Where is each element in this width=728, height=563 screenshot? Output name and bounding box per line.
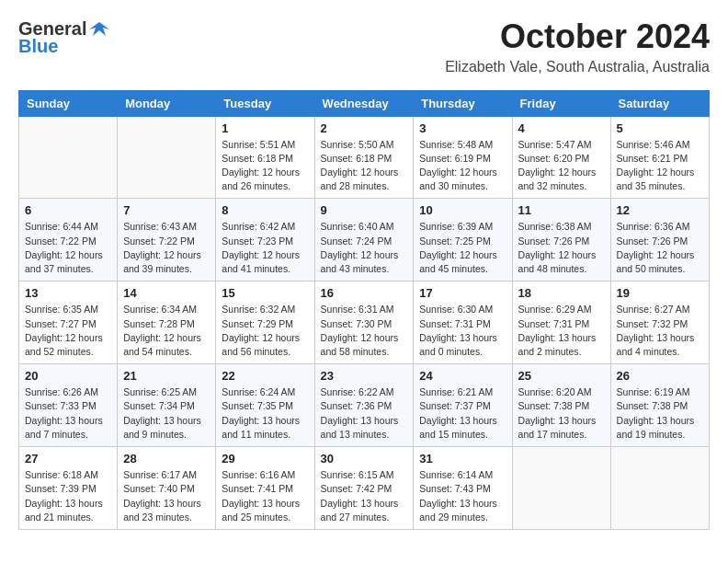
calendar-cell: 10Sunrise: 6:39 AM Sunset: 7:25 PM Dayli…	[414, 199, 512, 282]
day-info: Sunrise: 6:17 AM Sunset: 7:40 PM Dayligh…	[123, 468, 210, 524]
day-number: 23	[321, 369, 408, 383]
calendar-cell	[118, 116, 216, 199]
day-info: Sunrise: 6:20 AM Sunset: 7:38 PM Dayligh…	[518, 385, 605, 442]
calendar-cell: 8Sunrise: 6:42 AM Sunset: 7:23 PM Daylig…	[216, 199, 314, 282]
day-number: 11	[518, 203, 605, 217]
day-info: Sunrise: 5:51 AM Sunset: 6:18 PM Dayligh…	[222, 138, 308, 194]
calendar-cell: 30Sunrise: 6:15 AM Sunset: 7:42 PM Dayli…	[314, 447, 414, 530]
day-number: 14	[123, 286, 210, 300]
logo-blue: Blue	[18, 36, 58, 57]
calendar-cell: 24Sunrise: 6:21 AM Sunset: 7:37 PM Dayli…	[414, 364, 512, 447]
weekday-header-thursday: Thursday	[414, 90, 512, 116]
calendar-cell: 29Sunrise: 6:16 AM Sunset: 7:41 PM Dayli…	[216, 447, 314, 530]
day-info: Sunrise: 6:44 AM Sunset: 7:22 PM Dayligh…	[25, 220, 111, 276]
title-area: October 2024 Elizabeth Vale, South Austr…	[445, 18, 710, 75]
header: General Blue October 2024 Elizabeth Vale…	[18, 18, 710, 75]
calendar-cell: 11Sunrise: 6:38 AM Sunset: 7:26 PM Dayli…	[512, 199, 610, 282]
calendar-cell: 2Sunrise: 5:50 AM Sunset: 6:18 PM Daylig…	[314, 116, 414, 199]
calendar-cell: 13Sunrise: 6:35 AM Sunset: 7:27 PM Dayli…	[19, 282, 118, 364]
calendar-cell: 17Sunrise: 6:30 AM Sunset: 7:31 PM Dayli…	[414, 282, 512, 364]
weekday-header-monday: Monday	[118, 90, 216, 116]
calendar-cell: 27Sunrise: 6:18 AM Sunset: 7:39 PM Dayli…	[19, 447, 118, 530]
day-info: Sunrise: 6:21 AM Sunset: 7:37 PM Dayligh…	[419, 385, 506, 442]
day-number: 17	[419, 286, 506, 300]
calendar-week-2: 6Sunrise: 6:44 AM Sunset: 7:22 PM Daylig…	[19, 199, 710, 282]
day-info: Sunrise: 6:38 AM Sunset: 7:26 PM Dayligh…	[518, 220, 605, 276]
day-number: 18	[518, 286, 605, 300]
calendar-week-5: 27Sunrise: 6:18 AM Sunset: 7:39 PM Dayli…	[19, 447, 710, 530]
day-number: 9	[321, 203, 408, 217]
day-number: 5	[617, 121, 703, 135]
day-number: 27	[25, 452, 111, 465]
day-info: Sunrise: 6:35 AM Sunset: 7:27 PM Dayligh…	[25, 303, 111, 359]
calendar-cell: 16Sunrise: 6:31 AM Sunset: 7:30 PM Dayli…	[314, 282, 414, 364]
day-info: Sunrise: 6:39 AM Sunset: 7:25 PM Dayligh…	[419, 220, 506, 276]
day-number: 21	[123, 369, 210, 383]
location: Elizabeth Vale, South Australia, Austral…	[445, 59, 710, 75]
day-number: 22	[222, 369, 308, 383]
day-number: 19	[617, 286, 703, 300]
calendar-cell: 5Sunrise: 5:46 AM Sunset: 6:21 PM Daylig…	[610, 116, 709, 199]
calendar-cell: 25Sunrise: 6:20 AM Sunset: 7:38 PM Dayli…	[512, 364, 610, 447]
day-number: 3	[419, 121, 506, 135]
day-info: Sunrise: 6:16 AM Sunset: 7:41 PM Dayligh…	[222, 468, 308, 524]
day-info: Sunrise: 6:22 AM Sunset: 7:36 PM Dayligh…	[321, 385, 408, 442]
day-info: Sunrise: 6:34 AM Sunset: 7:28 PM Dayligh…	[123, 303, 210, 359]
day-number: 6	[25, 203, 111, 217]
day-info: Sunrise: 6:42 AM Sunset: 7:23 PM Dayligh…	[222, 220, 308, 276]
day-number: 4	[518, 121, 605, 135]
calendar-week-4: 20Sunrise: 6:26 AM Sunset: 7:33 PM Dayli…	[19, 364, 710, 447]
calendar-cell: 15Sunrise: 6:32 AM Sunset: 7:29 PM Dayli…	[216, 282, 314, 364]
day-number: 29	[222, 452, 308, 465]
day-info: Sunrise: 6:40 AM Sunset: 7:24 PM Dayligh…	[321, 220, 408, 276]
calendar-cell: 22Sunrise: 6:24 AM Sunset: 7:35 PM Dayli…	[216, 364, 314, 447]
calendar-cell: 3Sunrise: 5:48 AM Sunset: 6:19 PM Daylig…	[414, 116, 512, 199]
day-info: Sunrise: 6:43 AM Sunset: 7:22 PM Dayligh…	[123, 220, 210, 276]
day-info: Sunrise: 5:48 AM Sunset: 6:19 PM Dayligh…	[419, 138, 506, 194]
day-info: Sunrise: 5:47 AM Sunset: 6:20 PM Dayligh…	[518, 138, 605, 194]
day-info: Sunrise: 6:18 AM Sunset: 7:39 PM Dayligh…	[25, 468, 111, 524]
calendar-cell: 20Sunrise: 6:26 AM Sunset: 7:33 PM Dayli…	[19, 364, 118, 447]
weekday-header-tuesday: Tuesday	[216, 90, 314, 116]
day-info: Sunrise: 5:46 AM Sunset: 6:21 PM Dayligh…	[617, 138, 703, 194]
weekday-header-wednesday: Wednesday	[314, 90, 414, 116]
day-info: Sunrise: 6:27 AM Sunset: 7:32 PM Dayligh…	[617, 303, 703, 359]
calendar-cell: 31Sunrise: 6:14 AM Sunset: 7:43 PM Dayli…	[414, 447, 512, 530]
calendar-cell	[512, 447, 610, 530]
calendar-week-1: 1Sunrise: 5:51 AM Sunset: 6:18 PM Daylig…	[19, 116, 710, 199]
day-info: Sunrise: 6:26 AM Sunset: 7:33 PM Dayligh…	[25, 385, 111, 442]
month-year: October 2024	[445, 18, 710, 55]
calendar-cell: 1Sunrise: 5:51 AM Sunset: 6:18 PM Daylig…	[216, 116, 314, 199]
day-info: Sunrise: 6:30 AM Sunset: 7:31 PM Dayligh…	[419, 303, 506, 359]
day-info: Sunrise: 6:24 AM Sunset: 7:35 PM Dayligh…	[222, 385, 308, 442]
day-number: 13	[25, 286, 111, 300]
day-info: Sunrise: 6:14 AM Sunset: 7:43 PM Dayligh…	[419, 468, 506, 524]
day-number: 28	[123, 452, 210, 465]
day-info: Sunrise: 6:31 AM Sunset: 7:30 PM Dayligh…	[321, 303, 408, 359]
day-info: Sunrise: 5:50 AM Sunset: 6:18 PM Dayligh…	[321, 138, 408, 194]
weekday-header-friday: Friday	[512, 90, 610, 116]
calendar-cell: 23Sunrise: 6:22 AM Sunset: 7:36 PM Dayli…	[314, 364, 414, 447]
day-info: Sunrise: 6:36 AM Sunset: 7:26 PM Dayligh…	[617, 220, 703, 276]
day-number: 30	[321, 452, 408, 465]
day-info: Sunrise: 6:25 AM Sunset: 7:34 PM Dayligh…	[123, 385, 210, 442]
day-number: 16	[321, 286, 408, 300]
calendar-week-3: 13Sunrise: 6:35 AM Sunset: 7:27 PM Dayli…	[19, 282, 710, 364]
calendar-cell: 7Sunrise: 6:43 AM Sunset: 7:22 PM Daylig…	[118, 199, 216, 282]
logo-bird-icon	[89, 19, 109, 40]
weekday-header-sunday: Sunday	[19, 90, 118, 116]
day-number: 8	[222, 203, 308, 217]
calendar-table: SundayMondayTuesdayWednesdayThursdayFrid…	[18, 90, 710, 530]
day-number: 31	[419, 452, 506, 465]
svg-marker-0	[89, 22, 109, 36]
calendar-cell: 9Sunrise: 6:40 AM Sunset: 7:24 PM Daylig…	[314, 199, 414, 282]
day-info: Sunrise: 6:32 AM Sunset: 7:29 PM Dayligh…	[222, 303, 308, 359]
calendar-cell	[610, 447, 709, 530]
calendar-cell: 4Sunrise: 5:47 AM Sunset: 6:20 PM Daylig…	[512, 116, 610, 199]
day-number: 24	[419, 369, 506, 383]
calendar-cell	[19, 116, 118, 199]
day-number: 26	[617, 369, 703, 383]
day-number: 10	[419, 203, 506, 217]
day-number: 15	[222, 286, 308, 300]
day-number: 2	[321, 121, 408, 135]
